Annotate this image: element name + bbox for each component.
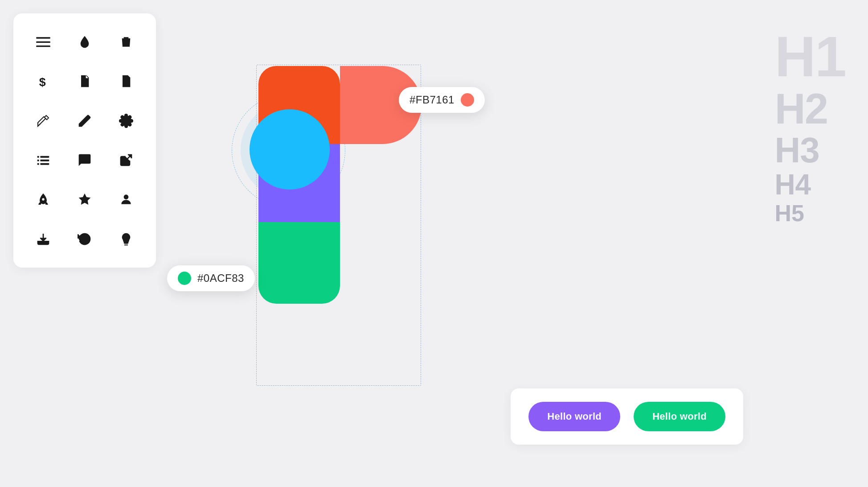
red-hex-text: #FB7161 [409,94,454,106]
svg-rect-0 [36,37,50,38]
svg-rect-2 [36,45,50,47]
green-color-dot [178,272,191,285]
chat-icon[interactable] [71,147,98,173]
svg-point-14 [124,195,129,200]
red-color-dot [461,93,474,107]
pencil-icon[interactable] [71,107,98,134]
svg-rect-1 [36,41,50,43]
svg-rect-12 [37,163,39,165]
heading-h2: H2 [774,87,846,132]
svg-text:$: $ [39,75,45,88]
heading-h1: H1 [774,27,846,87]
download-icon[interactable] [30,226,57,252]
user-icon[interactable] [113,186,139,213]
external-link-icon[interactable] [113,147,139,173]
svg-rect-11 [40,160,49,161]
heading-h5: H5 [774,201,846,226]
icon-panel: $ [13,13,156,268]
hello-world-purple-button[interactable]: Hello world [528,402,620,431]
document-icon[interactable] [71,68,98,95]
svg-rect-9 [40,156,49,158]
color-tooltip-green: #0ACF83 [167,265,255,291]
eyedropper-icon[interactable] [30,107,57,134]
green-hex-text: #0ACF83 [197,272,244,285]
rocket-icon[interactable] [30,186,57,213]
figma-blue-circle [250,109,330,190]
svg-rect-8 [37,156,39,158]
gear-icon[interactable] [113,107,139,134]
drop-icon[interactable] [71,29,98,55]
figma-green-bot [258,222,340,304]
svg-rect-10 [37,160,39,161]
trash-icon[interactable] [113,29,139,55]
menu-icon[interactable] [30,29,57,55]
heading-h3: H3 [774,132,846,169]
heading-h4: H4 [774,169,846,200]
list-icon[interactable] [30,147,57,173]
dollar-icon[interactable]: $ [30,68,57,95]
hello-world-green-button[interactable]: Hello world [634,402,725,431]
canvas-area: #FB7161 #0ACF83 H1 H2 H3 H4 H5 Hello wor… [163,0,868,487]
svg-point-6 [39,124,40,125]
document2-icon[interactable] [113,68,139,95]
refresh-icon[interactable] [71,226,98,252]
svg-rect-13 [40,163,49,165]
star-icon[interactable] [71,186,98,213]
color-tooltip-red: #FB7161 [399,87,485,113]
typography-area: H1 H2 H3 H4 H5 [774,27,846,226]
bulb-icon[interactable] [113,226,139,252]
buttons-container: Hello world Hello world [511,388,743,445]
